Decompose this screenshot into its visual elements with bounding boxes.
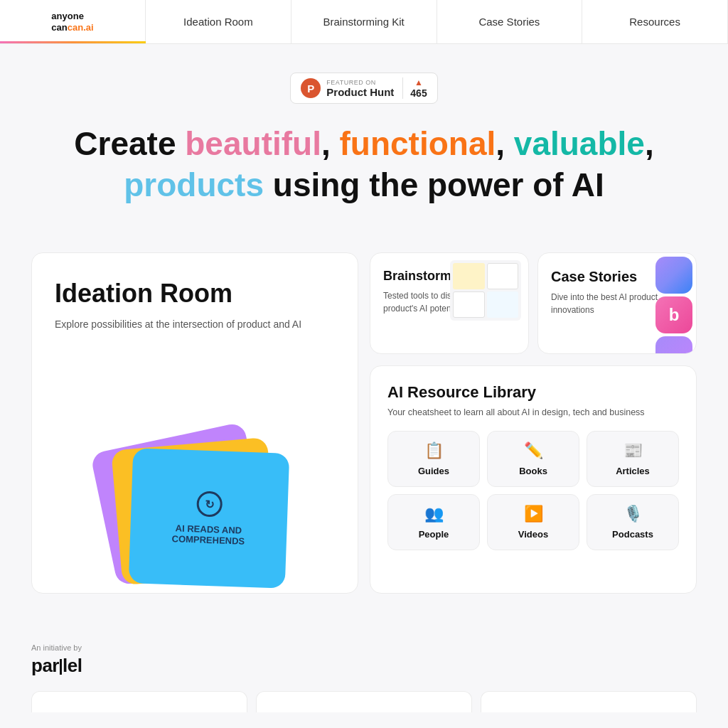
card-case-stories[interactable]: Case Stories Dive into the best AI produ… <box>537 252 697 354</box>
headline-valuable: valuable <box>514 125 645 162</box>
footer: An initiative by parlel <box>0 622 728 691</box>
product-hunt-badge[interactable]: P FEATURED ON Product Hunt ▲ 465 <box>290 73 437 104</box>
ph-count: ▲ 465 <box>402 77 427 99</box>
parallel-logo: parlel <box>31 655 697 677</box>
refresh-icon: ↻ <box>196 491 223 517</box>
bottom-card-hint-2 <box>256 691 472 712</box>
bottom-card-hint-3 <box>481 691 697 712</box>
initiative-label: An initiative by <box>31 643 697 652</box>
bs-cell-3 <box>453 291 485 318</box>
resource-item-books[interactable]: ✏️ Books <box>487 431 579 487</box>
nav-item-case-stories[interactable]: Case Stories <box>437 0 583 43</box>
brainstorming-preview <box>450 260 521 321</box>
bs-cell-1 <box>453 263 485 289</box>
podcasts-label: Podcasts <box>612 529 653 540</box>
headline-products: products <box>124 166 264 203</box>
bs-cell-2 <box>487 263 519 289</box>
parallel-logo-text2: lel <box>63 655 82 676</box>
resource-desc: Your cheatsheet to learn all about AI in… <box>387 406 679 419</box>
parallel-bar-icon <box>60 659 62 675</box>
podcasts-icon: 🎙️ <box>623 505 643 523</box>
card-resource[interactable]: AI Resource Library Your cheatsheet to l… <box>370 365 697 594</box>
videos-label: Videos <box>518 529 548 540</box>
videos-icon: ▶️ <box>524 505 543 523</box>
headline-beautiful: beautiful <box>185 125 321 162</box>
product-hunt-icon: P <box>301 78 321 98</box>
hero-section: P FEATURED ON Product Hunt ▲ 465 Create … <box>0 44 728 252</box>
guides-label: Guides <box>418 466 449 476</box>
parallel-logo-text: par <box>31 655 59 676</box>
case-app-icon-2: b <box>655 296 692 333</box>
main-headline: Create beautiful, functional, valuable, … <box>58 124 670 205</box>
headline-suffix: using the power of AI <box>264 166 604 203</box>
resource-item-podcasts[interactable]: 🎙️ Podcasts <box>587 494 679 550</box>
ph-arrow-icon: ▲ <box>414 77 423 87</box>
ph-featured-label: FEATURED ON <box>326 79 375 86</box>
stack-card-blue: ↻ AI READS AND COMPREHENDS <box>129 448 289 589</box>
right-top-row: Brainstorming Kit Tested tools to discov… <box>370 252 697 354</box>
nav-item-brainstorming[interactable]: Brainstorming Kit <box>291 0 437 43</box>
logo-text: anyonecancan.ai <box>51 11 93 33</box>
resource-grid: 📋 Guides ✏️ Books 📰 Articles 👥 People ▶️… <box>387 431 679 550</box>
ideation-desc: Explore possibilities at the intersectio… <box>55 316 335 332</box>
cards-grid: Ideation Room Explore possibilities at t… <box>0 252 728 622</box>
books-label: Books <box>519 466 547 476</box>
ideation-illustration: ↻ AI READS AND COMPREHENDS <box>55 347 335 593</box>
resource-title: AI Resource Library <box>387 383 679 402</box>
nav-items: Ideation Room Brainstorming Kit Case Sto… <box>146 0 728 43</box>
ph-name: Product Hunt <box>326 86 394 98</box>
logo[interactable]: anyonecancan.ai <box>0 0 146 43</box>
headline-prefix: Create <box>74 125 185 162</box>
resource-item-guides[interactable]: 📋 Guides <box>387 431 480 487</box>
resource-item-articles[interactable]: 📰 Articles <box>587 431 679 487</box>
case-app-icon-1 <box>655 257 692 294</box>
card-stack: ↻ AI READS AND COMPREHENDS <box>81 394 309 593</box>
case-preview: b <box>643 257 692 354</box>
bottom-card-hint-1 <box>31 691 247 712</box>
books-icon: ✏️ <box>524 441 543 460</box>
bottom-row <box>0 691 728 712</box>
ph-number: 465 <box>410 87 427 99</box>
resource-item-people[interactable]: 👥 People <box>387 494 480 550</box>
articles-icon: 📰 <box>623 441 643 460</box>
navbar: anyonecancan.ai Ideation Room Brainstorm… <box>0 0 728 44</box>
product-hunt-text: FEATURED ON Product Hunt <box>326 79 394 98</box>
stack-card-text: AI READS AND COMPREHENDS <box>144 522 273 547</box>
headline-functional: functional <box>340 125 496 162</box>
bs-cell-4 <box>487 291 519 318</box>
resource-item-videos[interactable]: ▶️ Videos <box>487 494 579 550</box>
nav-item-resources[interactable]: Resources <box>582 0 728 43</box>
ideation-title: Ideation Room <box>55 279 335 308</box>
people-label: People <box>419 529 449 540</box>
card-ideation[interactable]: Ideation Room Explore possibilities at t… <box>31 252 358 594</box>
headline-comma1: , <box>321 125 340 162</box>
case-app-icon-3 <box>655 336 692 354</box>
guides-icon: 📋 <box>424 441 444 460</box>
people-icon: 👥 <box>424 505 444 523</box>
articles-label: Articles <box>616 466 650 476</box>
headline-comma2: , <box>496 125 514 162</box>
card-brainstorming[interactable]: Brainstorming Kit Tested tools to discov… <box>370 252 529 354</box>
nav-item-ideation[interactable]: Ideation Room <box>146 0 291 43</box>
